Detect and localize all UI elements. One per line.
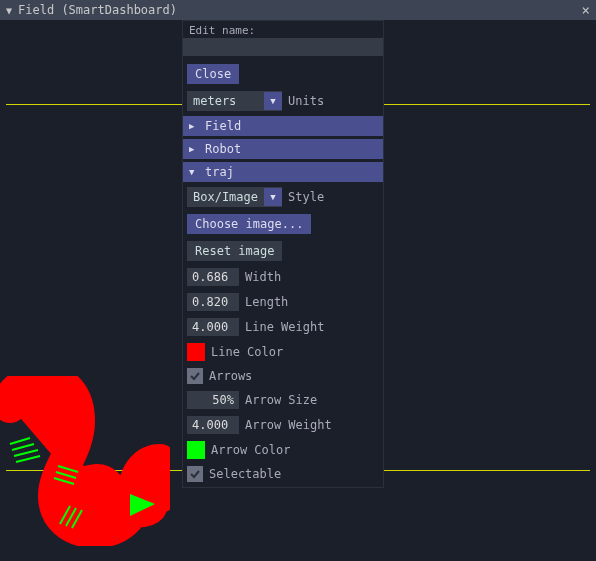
svg-line-9 (66, 508, 76, 526)
svg-line-1 (10, 438, 30, 444)
arrow-weight-label: Arrow Weight (245, 418, 332, 432)
edit-name-input[interactable] (183, 38, 383, 56)
triangle-right-icon: ▶ (189, 144, 197, 154)
tree-field-label: Field (205, 119, 241, 133)
svg-line-10 (72, 510, 82, 528)
width-input[interactable] (187, 268, 239, 286)
svg-line-4 (16, 456, 40, 462)
style-dropdown[interactable]: Box/Image ▼ (187, 187, 282, 207)
arrow-size-input[interactable] (187, 391, 239, 409)
arrow-weight-input[interactable] (187, 416, 239, 434)
window-title: Field (SmartDashboard) (18, 3, 582, 17)
units-label: Units (288, 94, 324, 108)
tree-field[interactable]: ▶ Field (183, 116, 383, 136)
choose-image-button[interactable]: Choose image... (187, 214, 311, 234)
style-value: Box/Image (187, 187, 264, 207)
length-input[interactable] (187, 293, 239, 311)
properties-panel: Edit name: Close meters ▼ Units ▶ Field … (182, 20, 384, 488)
close-button[interactable]: Close (187, 64, 239, 84)
check-icon (189, 370, 201, 382)
width-label: Width (245, 270, 281, 284)
line-weight-input[interactable] (187, 318, 239, 336)
style-label: Style (288, 190, 324, 204)
svg-line-5 (58, 466, 78, 472)
tree-robot[interactable]: ▶ Robot (183, 139, 383, 159)
arrow-color-label: Arrow Color (211, 443, 290, 457)
tree-traj[interactable]: ▼ traj (183, 162, 383, 182)
svg-line-8 (60, 506, 70, 524)
arrow-size-label: Arrow Size (245, 393, 317, 407)
arrow-color-swatch[interactable] (187, 441, 205, 459)
arrows-checkbox[interactable] (187, 368, 203, 384)
triangle-right-icon: ▶ (189, 121, 197, 131)
line-color-swatch[interactable] (187, 343, 205, 361)
chevron-down-icon: ▼ (264, 92, 282, 110)
reset-image-button[interactable]: Reset image (187, 241, 282, 261)
arrows-label: Arrows (209, 369, 252, 383)
selectable-label: Selectable (209, 467, 281, 481)
collapse-triangle-icon[interactable]: ▼ (6, 5, 12, 16)
line-weight-label: Line Weight (245, 320, 324, 334)
triangle-down-icon: ▼ (189, 167, 197, 177)
units-value: meters (187, 91, 264, 111)
selectable-checkbox[interactable] (187, 466, 203, 482)
chevron-down-icon: ▼ (264, 188, 282, 206)
line-color-label: Line Color (211, 345, 283, 359)
tree-traj-label: traj (205, 165, 234, 179)
check-icon (189, 468, 201, 480)
length-label: Length (245, 295, 288, 309)
close-icon[interactable]: × (582, 3, 590, 17)
content-area: Edit name: Close meters ▼ Units ▶ Field … (0, 20, 596, 561)
trajectory-visual (0, 376, 170, 546)
svg-line-6 (56, 472, 76, 478)
titlebar: ▼ Field (SmartDashboard) × (0, 0, 596, 20)
units-dropdown[interactable]: meters ▼ (187, 91, 282, 111)
svg-marker-0 (130, 494, 155, 516)
tree-robot-label: Robot (205, 142, 241, 156)
svg-line-2 (12, 444, 34, 450)
svg-line-3 (14, 450, 38, 456)
edit-name-label: Edit name: (183, 21, 383, 38)
svg-line-7 (54, 478, 74, 484)
